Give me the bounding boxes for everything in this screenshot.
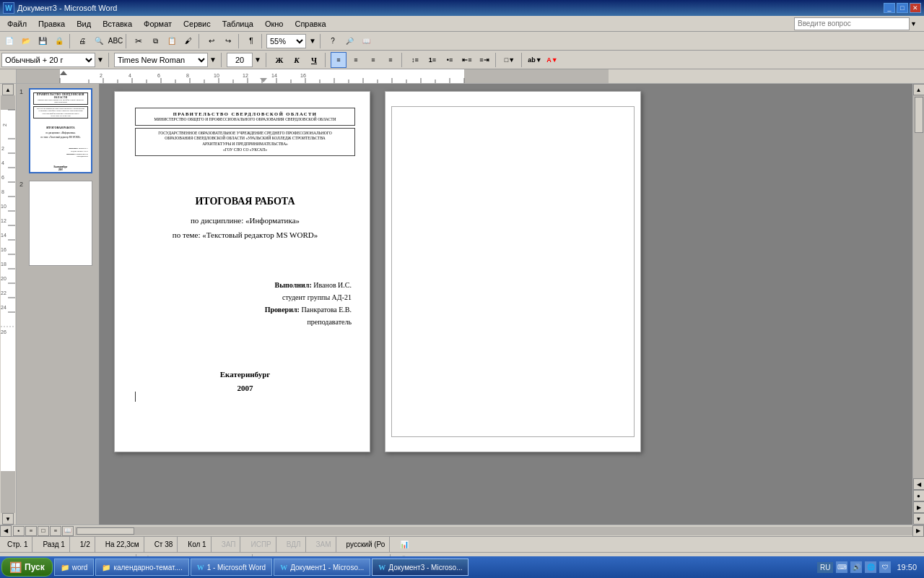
scroll-down-button[interactable]: ▼ bbox=[2, 513, 14, 525]
size-dropdown-button[interactable]: ▼ bbox=[253, 53, 263, 67]
right-indent-marker[interactable] bbox=[260, 78, 267, 82]
menu-edit[interactable]: Правка bbox=[32, 18, 71, 30]
research-button[interactable]: 🔎 bbox=[341, 33, 357, 49]
outside-border-button[interactable]: □▼ bbox=[501, 52, 518, 68]
decrease-indent-button[interactable]: ⇤≡ bbox=[459, 52, 475, 68]
reading-button[interactable]: 📖 bbox=[358, 33, 374, 49]
menu-window[interactable]: Окно bbox=[259, 18, 289, 30]
menu-format[interactable]: Формат bbox=[138, 18, 178, 30]
cut-button[interactable]: ✂ bbox=[131, 33, 147, 49]
thumbnail-item-1[interactable]: 1 ПРАВИТЕЛЬСТВО СВЕРДЛОВСКОЙ ОБЛАСТИ МИН… bbox=[19, 88, 96, 173]
vscroll-down-arrow[interactable]: ▼ bbox=[913, 513, 925, 525]
close-button[interactable]: ✕ bbox=[910, 3, 921, 13]
redo-button[interactable]: ↪ bbox=[220, 33, 236, 49]
font-color-button[interactable]: A▼ bbox=[544, 52, 560, 68]
window-title: Документ3 - Microsoft Word bbox=[17, 4, 884, 12]
tray-icon-2[interactable]: 🔊 bbox=[850, 561, 862, 573]
status-vdl: ВДЛ bbox=[282, 537, 306, 552]
menu-insert[interactable]: Вставка bbox=[97, 18, 138, 30]
style-select[interactable]: Обычный + 20 г bbox=[1, 53, 95, 67]
zoom-dropdown-button[interactable]: ▼ bbox=[308, 33, 318, 49]
taskbar-item-word1[interactable]: W 1 - Microsoft Word bbox=[191, 558, 273, 576]
hscroll-left-arrow[interactable]: ◀ bbox=[0, 525, 12, 537]
hscroll-right-arrow[interactable]: ▶ bbox=[912, 525, 924, 537]
highlight-button[interactable]: ab▼ bbox=[527, 52, 543, 68]
menu-help[interactable]: Справка bbox=[289, 18, 331, 30]
font-select[interactable]: Times New Roman bbox=[114, 53, 208, 67]
thumbnail-page-1[interactable]: ПРАВИТЕЛЬСТВО СВЕРДЛОВСКОЙ ОБЛАСТИ МИНИС… bbox=[29, 88, 92, 173]
svg-text:16: 16 bbox=[300, 73, 306, 78]
save-button[interactable]: 💾 bbox=[35, 33, 51, 49]
taskbar-item-doc1[interactable]: W Документ1 - Microso... bbox=[274, 558, 370, 576]
svg-text:10: 10 bbox=[214, 73, 219, 78]
normal-view-button[interactable]: ▪ bbox=[13, 526, 25, 536]
font-dropdown-button[interactable]: ▼ bbox=[208, 53, 218, 67]
open-button[interactable]: 📂 bbox=[18, 33, 34, 49]
scroll-up-button[interactable]: ▲ bbox=[2, 84, 14, 95]
help-search-input[interactable] bbox=[794, 17, 910, 30]
hscroll-thumb[interactable] bbox=[77, 527, 134, 535]
pilcrow-button[interactable]: ¶ bbox=[243, 33, 259, 49]
align-left-button[interactable]: ≡ bbox=[331, 52, 346, 68]
vscroll-track[interactable] bbox=[913, 95, 924, 478]
help-search-button[interactable]: ▼ bbox=[910, 17, 923, 30]
permission-button[interactable]: 🔒 bbox=[51, 33, 67, 49]
start-button[interactable]: 🪟 Пуск bbox=[1, 558, 53, 577]
lang-indicator[interactable]: RU bbox=[817, 562, 833, 573]
reading-view-button[interactable]: 📖 bbox=[62, 526, 74, 536]
paste-button[interactable]: 📋 bbox=[164, 33, 180, 49]
web-view-button[interactable]: ≡ bbox=[25, 526, 37, 536]
bullets-button[interactable]: •≡ bbox=[442, 52, 458, 68]
thumbnail-item-2[interactable]: 2 bbox=[19, 181, 96, 266]
spellcheck-button[interactable]: ABC bbox=[108, 33, 123, 49]
left-indent-marker[interactable] bbox=[60, 71, 67, 75]
bold-button[interactable]: Ж bbox=[271, 52, 287, 68]
menu-service[interactable]: Сервис bbox=[178, 18, 217, 30]
taskbar-item-doc3[interactable]: W Документ3 - Microso... bbox=[372, 558, 468, 576]
thumbnail-page-2[interactable] bbox=[29, 181, 92, 266]
vscroll-thumb[interactable] bbox=[915, 97, 923, 133]
tray-icon-1[interactable]: ⌨ bbox=[836, 561, 847, 573]
taskbar-item-calendar[interactable]: 📁 календарно-темат.... bbox=[95, 558, 188, 576]
align-justify-button[interactable]: ≡ bbox=[383, 52, 398, 68]
increase-indent-button[interactable]: ≡⇥ bbox=[476, 52, 492, 68]
page-2 bbox=[385, 91, 641, 452]
underline-button[interactable]: Ч bbox=[306, 52, 322, 68]
new-button[interactable]: 📄 bbox=[1, 33, 17, 49]
font-size-input[interactable] bbox=[227, 53, 253, 67]
format-painter[interactable]: 🖌 bbox=[180, 33, 196, 49]
numbering-button[interactable]: 1≡ bbox=[424, 52, 440, 68]
preview-button[interactable]: 🔍 bbox=[91, 33, 107, 49]
tray-icon-3[interactable]: 🌐 bbox=[865, 561, 876, 573]
maximize-button[interactable]: □ bbox=[897, 3, 908, 13]
zoom-select[interactable]: 55% 75% 100% bbox=[266, 34, 306, 48]
align-center-button[interactable]: ≡ bbox=[348, 52, 364, 68]
taskbar-item-word[interactable]: 📁 word bbox=[54, 558, 95, 576]
copy-button[interactable]: ⧉ bbox=[147, 33, 163, 49]
svg-text:14: 14 bbox=[1, 233, 6, 238]
line-spacing-button[interactable]: ↕≡ bbox=[407, 52, 423, 68]
help-button[interactable]: ? bbox=[325, 33, 341, 49]
outline-view-button[interactable]: ≡ bbox=[50, 526, 61, 536]
clock[interactable]: 19:50 bbox=[894, 561, 920, 573]
vscroll-up-arrow[interactable]: ▲ bbox=[913, 84, 925, 95]
menu-view[interactable]: Вид bbox=[71, 18, 97, 30]
menu-file[interactable]: Файл bbox=[1, 18, 32, 30]
taskbar: 🪟 Пуск 📁 word 📁 календарно-темат.... W 1… bbox=[0, 556, 924, 578]
italic-button[interactable]: К bbox=[289, 52, 305, 68]
formatting-toolbar: Обычный + 20 г ▼ Times New Roman ▼ ▼ Ж К… bbox=[0, 51, 924, 69]
ruler-corner[interactable] bbox=[0, 69, 17, 83]
print-button[interactable]: 🖨 bbox=[74, 33, 90, 49]
next-page-button[interactable]: ▶ bbox=[913, 501, 925, 513]
hscroll-track[interactable] bbox=[75, 527, 912, 535]
menu-table[interactable]: Таблица bbox=[217, 18, 259, 30]
style-dropdown-button[interactable]: ▼ bbox=[95, 53, 105, 67]
undo-button[interactable]: ↩ bbox=[204, 33, 219, 49]
target-page-button[interactable]: ● bbox=[913, 490, 925, 501]
tray-icon-4[interactable]: 🛡 bbox=[879, 561, 891, 573]
print-view-button[interactable]: □ bbox=[38, 526, 49, 536]
prev-page-button[interactable]: ◀ bbox=[913, 478, 925, 490]
minimize-button[interactable]: _ bbox=[884, 3, 895, 13]
text-cursor bbox=[135, 392, 136, 402]
align-right-button[interactable]: ≡ bbox=[365, 52, 381, 68]
